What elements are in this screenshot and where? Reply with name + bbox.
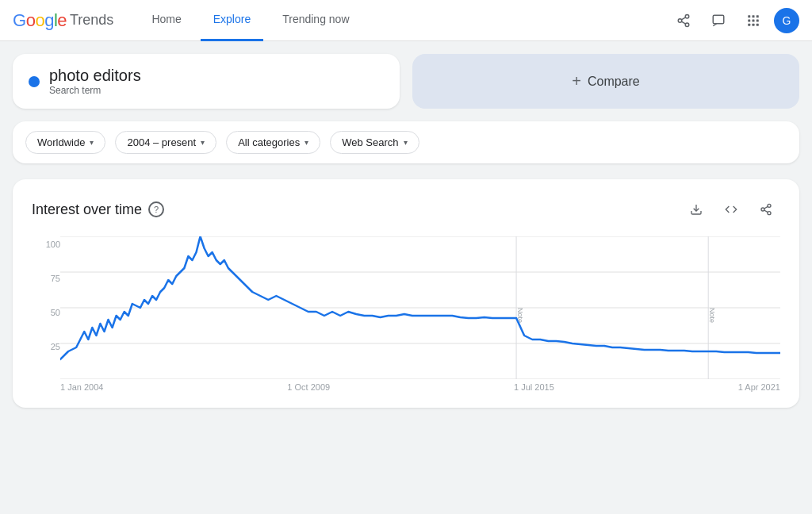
interest-over-time-card: Interest over time ? [13,179,799,408]
svg-line-4 [681,17,685,19]
search-type-filter[interactable]: Web Search ▾ [330,131,419,154]
share-button[interactable] [669,6,698,35]
svg-rect-5 [713,15,724,24]
filters-bar: Worldwide ▾ 2004 – present ▾ All categor… [13,121,799,163]
svg-rect-12 [756,19,759,21]
nav-home[interactable]: Home [139,0,193,41]
svg-rect-8 [753,15,755,17]
svg-point-0 [685,14,689,18]
svg-rect-7 [748,15,750,17]
svg-point-17 [768,204,771,207]
search-type-filter-arrow: ▾ [404,138,408,147]
avatar[interactable]: G [774,8,799,33]
time-filter-label: 2004 – present [127,136,196,148]
category-filter-label: All categories [238,136,300,148]
header: Google Trends Home Explore Trending now [0,0,812,41]
y-label-75: 75 [32,274,60,283]
region-filter[interactable]: Worldwide ▾ [25,131,105,154]
x-labels: 1 Jan 2004 1 Oct 2009 1 Jul 2015 1 Apr 2… [60,379,780,392]
svg-text:Note: Note [708,308,716,323]
chart-header: Interest over time ? [32,195,780,224]
chart-wrapper: 100 75 50 25 No [32,236,780,392]
google-logo: Google [13,10,67,31]
main-nav: Home Explore Trending now [139,0,669,41]
chart-title: Interest over time [32,201,142,218]
svg-line-3 [681,21,685,24]
search-type-label: Search term [49,85,141,96]
category-filter[interactable]: All categories ▾ [226,131,320,154]
search-dot [29,76,40,87]
main-content: photo editors Search term + Compare Worl… [0,41,812,420]
apps-button[interactable] [739,6,768,35]
svg-rect-10 [748,19,750,21]
y-label-25: 25 [32,342,60,351]
search-box: photo editors Search term [13,54,400,109]
x-label-2015: 1 Jul 2015 [514,382,554,392]
time-filter-arrow: ▾ [201,138,205,147]
svg-point-18 [761,208,764,211]
help-icon[interactable]: ? [148,201,164,217]
region-filter-arrow: ▾ [90,138,94,147]
x-label-2004: 1 Jan 2004 [60,382,103,392]
x-label-2009: 1 Oct 2009 [287,382,330,392]
compare-box[interactable]: + Compare [412,54,799,109]
svg-point-19 [768,212,771,215]
svg-rect-14 [753,23,755,25]
svg-rect-9 [756,15,759,17]
feedback-button[interactable] [704,6,733,35]
trends-logo-text: Trends [70,12,113,29]
y-label-50: 50 [32,308,60,317]
chart-title-area: Interest over time ? [32,201,164,218]
y-label-100: 100 [32,240,60,249]
svg-rect-11 [753,19,755,21]
nav-explore[interactable]: Explore [201,0,263,41]
svg-rect-15 [756,23,759,25]
svg-line-21 [764,206,768,209]
chart-actions [682,195,780,224]
compare-plus-icon: + [572,72,581,90]
logo-area: Google Trends [13,10,113,31]
svg-point-1 [678,18,682,22]
region-filter-label: Worldwide [37,136,85,148]
chart-svg-area: Note Note 1 Jan 2004 1 Oct 2009 1 Jul 20… [60,236,780,392]
chart-share-button[interactable] [752,195,780,224]
embed-button[interactable] [717,195,745,224]
trend-chart-svg: Note Note [60,236,780,379]
search-term: photo editors [49,67,141,85]
category-filter-arrow: ▾ [304,138,308,147]
svg-line-20 [764,210,768,213]
search-type-filter-label: Web Search [342,136,398,148]
download-button[interactable] [682,195,710,224]
time-filter[interactable]: 2004 – present ▾ [115,131,216,154]
search-text: photo editors Search term [49,67,141,96]
svg-point-2 [685,23,689,27]
x-label-2021: 1 Apr 2021 [738,382,780,392]
compare-label: Compare [588,75,640,89]
header-actions: G [669,6,799,35]
svg-rect-13 [748,23,750,25]
search-area: photo editors Search term + Compare [13,54,799,109]
nav-trending[interactable]: Trending now [270,0,362,41]
